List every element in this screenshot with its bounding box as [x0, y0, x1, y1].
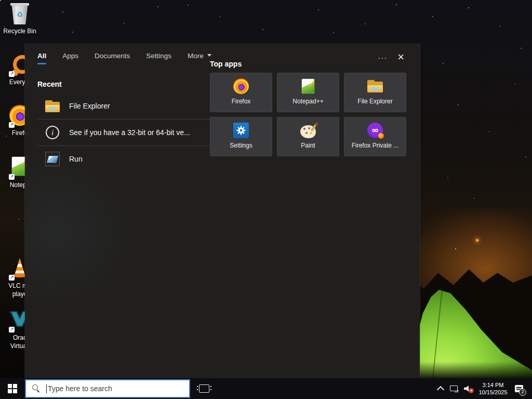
info-icon: i	[45, 126, 60, 139]
network-button[interactable]	[447, 378, 461, 399]
search-icon	[32, 384, 41, 393]
firefox-icon	[233, 78, 249, 95]
top-app-paint[interactable]: Paint	[277, 117, 339, 156]
chevron-up-icon	[437, 386, 444, 393]
top-app-file-explorer[interactable]: File Explorer	[344, 73, 406, 112]
ethernet-icon	[450, 385, 458, 392]
shortcut-arrow-icon: ↗	[9, 122, 15, 128]
gear-icon	[233, 122, 249, 139]
shortcut-arrow-icon: ↗	[9, 275, 15, 281]
tab-apps[interactable]: Apps	[62, 52, 78, 63]
tab-all[interactable]: All	[37, 52, 46, 64]
top-app-notepadpp[interactable]: Notepad++	[277, 73, 339, 112]
search-flyout-panel: All Apps Documents Settings More ··· × R…	[25, 44, 420, 378]
tab-documents[interactable]: Documents	[95, 52, 130, 63]
bright-planet	[476, 239, 478, 242]
small-star	[455, 248, 456, 249]
shortcut-arrow-icon: ↗	[9, 174, 15, 180]
recent-item-file-explorer[interactable]: File Explorer	[37, 93, 210, 119]
desktop-icon-recycle-bin[interactable]: ♻ Recycle Bin	[0, 3, 39, 36]
recycle-glyph: ♻	[11, 10, 29, 19]
top-apps-title: Top apps	[210, 60, 413, 68]
folder-icon	[367, 78, 383, 95]
notification-badge: 2	[519, 389, 526, 396]
top-app-settings[interactable]: Settings	[210, 117, 272, 156]
system-tray: × 3:14 PM 10/15/2025 2	[434, 378, 532, 399]
shortcut-arrow-icon: ↗	[9, 327, 15, 332]
recycle-bin-icon: ♻	[8, 3, 31, 26]
task-view-button[interactable]	[193, 378, 215, 399]
recent-item-bit-version[interactable]: i See if you have a 32-bit or 64-bit ve.…	[37, 119, 210, 145]
recent-item-run[interactable]: Run	[37, 145, 210, 172]
tab-settings[interactable]: Settings	[146, 52, 171, 63]
top-apps-section: Top apps Firefox Notepad++ File Explorer	[210, 60, 413, 156]
run-window-icon	[45, 152, 60, 166]
recent-title: Recent	[37, 80, 210, 88]
volume-button[interactable]: ×	[461, 378, 476, 399]
top-app-firefox[interactable]: Firefox	[210, 73, 272, 112]
start-button[interactable]	[0, 378, 25, 399]
taskbar-search-box[interactable]	[25, 379, 190, 398]
tab-more[interactable]: More	[188, 52, 211, 63]
folder-icon	[45, 100, 60, 112]
stars	[0, 0, 1, 1]
notepadpp-icon	[302, 78, 314, 95]
task-view-icon	[199, 384, 209, 393]
ground-shadow	[416, 362, 532, 378]
recent-section: Recent File Explorer i See if you have a…	[37, 80, 210, 172]
speaker-muted-icon: ×	[464, 385, 473, 392]
desktop-icon-label: Recycle Bin	[0, 28, 39, 36]
windows-logo-icon	[8, 384, 17, 393]
action-center-button[interactable]: 2	[510, 378, 528, 399]
top-app-firefox-private[interactable]: ∞ Firefox Private ...	[344, 117, 406, 156]
clock[interactable]: 3:14 PM 10/15/2025	[476, 381, 510, 396]
mask-icon: ∞	[367, 122, 383, 139]
clock-date: 10/15/2025	[476, 389, 510, 396]
chevron-down-icon	[207, 54, 211, 59]
palette-icon	[300, 122, 316, 139]
clock-time: 3:14 PM	[476, 381, 510, 389]
shortcut-arrow-icon: ↗	[9, 71, 15, 77]
tray-overflow-button[interactable]	[434, 378, 447, 399]
taskbar: × 3:14 PM 10/15/2025 2	[0, 378, 532, 399]
search-input[interactable]	[47, 384, 189, 393]
mute-x-icon: ×	[469, 388, 474, 393]
